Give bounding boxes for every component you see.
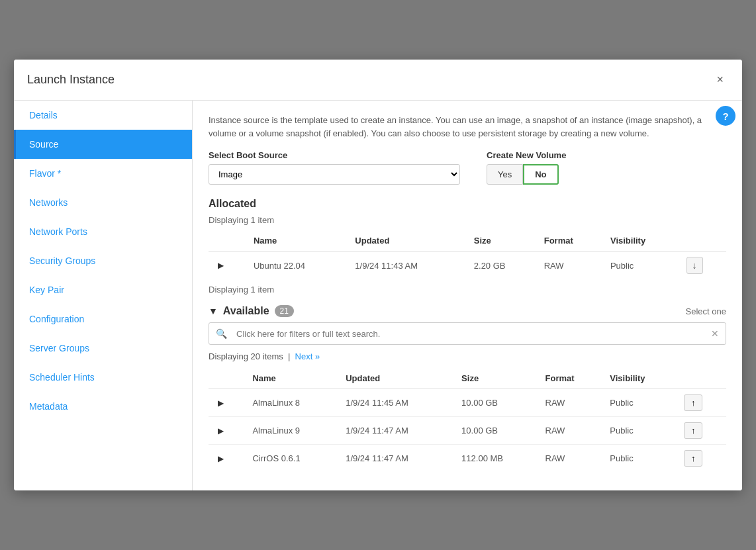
row1-size: 10.00 GB bbox=[455, 417, 538, 445]
available-col-action bbox=[677, 368, 726, 389]
boot-source-label: Select Boot Source bbox=[209, 150, 460, 160]
row2-visibility: Public bbox=[603, 445, 677, 473]
sidebar-item-networks[interactable]: Networks bbox=[14, 188, 192, 217]
allocated-count-top: Displaying 1 item bbox=[209, 215, 726, 225]
allocated-action-btn[interactable]: ↓ bbox=[686, 257, 703, 274]
available-col-visibility: Visibility bbox=[603, 368, 677, 389]
expand-ubuntu-btn[interactable]: ▶ bbox=[215, 259, 226, 271]
allocated-col-name-header: Name bbox=[247, 230, 348, 252]
chevron-down-icon: ▼ bbox=[209, 306, 218, 316]
row2-format: RAW bbox=[539, 445, 604, 473]
sidebar-item-network-ports[interactable]: Network Ports bbox=[14, 217, 192, 246]
row1-visibility: Public bbox=[603, 417, 677, 445]
sidebar-item-security-groups[interactable]: Security Groups bbox=[14, 246, 192, 275]
row0-visibility: Public bbox=[603, 389, 677, 417]
search-icon: 🔍 bbox=[209, 323, 234, 344]
row0-action-btn[interactable]: ↑ bbox=[684, 394, 703, 411]
sidebar-item-metadata[interactable]: Metadata bbox=[14, 392, 192, 421]
search-bar: 🔍 ✕ bbox=[209, 322, 726, 345]
search-input[interactable] bbox=[234, 324, 704, 344]
allocated-format: RAW bbox=[538, 252, 604, 280]
available-col-expand bbox=[209, 368, 246, 389]
create-volume-no[interactable]: No bbox=[523, 164, 558, 185]
row1-updated: 1/9/24 11:47 AM bbox=[339, 417, 455, 445]
allocated-row: ▶ Ubuntu 22.04 1/9/24 11:43 AM 2.20 GB R… bbox=[209, 252, 726, 280]
allocated-table: Name Updated Size Format Visibility ▶ bbox=[209, 230, 726, 279]
allocated-title: Allocated bbox=[209, 198, 726, 210]
expand-almalinux8-btn[interactable]: ▶ bbox=[215, 397, 226, 409]
row2-action-btn[interactable]: ↑ bbox=[684, 450, 703, 467]
allocated-updated: 1/9/24 11:43 AM bbox=[348, 252, 467, 280]
sidebar-item-server-groups[interactable]: Server Groups bbox=[14, 334, 192, 363]
available-row-1: ▶ AlmaLinux 9 1/9/24 11:47 AM 10.00 GB R… bbox=[209, 417, 726, 445]
row0-updated: 1/9/24 11:45 AM bbox=[339, 389, 455, 417]
modal-title: Launch Instance bbox=[27, 73, 115, 87]
row1-format: RAW bbox=[539, 417, 604, 445]
help-button[interactable]: ? bbox=[716, 106, 735, 126]
available-section: ▼ Available 21 Select one 🔍 ✕ Displaying… bbox=[209, 305, 726, 472]
allocated-col-visibility: Visibility bbox=[604, 230, 680, 252]
sidebar-item-flavor[interactable]: Flavor * bbox=[14, 159, 192, 188]
allocated-section: Allocated Displaying 1 item Name Updated… bbox=[209, 198, 726, 295]
available-title: Available bbox=[223, 305, 269, 317]
allocated-col-name bbox=[209, 230, 247, 252]
row0-size: 10.00 GB bbox=[455, 389, 538, 417]
allocated-count-bottom: Displaying 1 item bbox=[209, 285, 726, 295]
search-clear-icon[interactable]: ✕ bbox=[704, 323, 726, 344]
create-volume-label: Create New Volume bbox=[487, 150, 566, 160]
available-pagination: Displaying 20 items | Next » bbox=[209, 351, 726, 361]
row2-size: 112.00 MB bbox=[455, 445, 538, 473]
sidebar-item-scheduler-hints[interactable]: Scheduler Hints bbox=[14, 363, 192, 392]
sidebar-item-configuration[interactable]: Configuration bbox=[14, 304, 192, 334]
available-table: Name Updated Size Format Visibility ▶ bbox=[209, 368, 726, 472]
allocated-size: 2.20 GB bbox=[467, 252, 538, 280]
select-one-label: Select one bbox=[686, 306, 726, 316]
row1-name: AlmaLinux 9 bbox=[246, 417, 339, 445]
available-col-name: Name bbox=[246, 368, 339, 389]
main-content: Instance source is the template used to … bbox=[193, 101, 742, 490]
modal-close-button[interactable]: × bbox=[711, 70, 729, 89]
allocated-name: Ubuntu 22.04 bbox=[247, 252, 348, 280]
description: Instance source is the template used to … bbox=[209, 114, 726, 140]
sidebar-item-key-pair[interactable]: Key Pair bbox=[14, 275, 192, 304]
next-link[interactable]: Next » bbox=[295, 351, 320, 361]
expand-almalinux9-btn[interactable]: ▶ bbox=[215, 425, 226, 437]
available-row-2: ▶ CirrOS 0.6.1 1/9/24 11:47 AM 112.00 MB… bbox=[209, 445, 726, 473]
allocated-col-size: Size bbox=[467, 230, 538, 252]
row2-updated: 1/9/24 11:47 AM bbox=[339, 445, 455, 473]
allocated-col-action bbox=[680, 230, 726, 252]
available-row-0: ▶ AlmaLinux 8 1/9/24 11:45 AM 10.00 GB R… bbox=[209, 389, 726, 417]
sidebar-item-source[interactable]: Source bbox=[14, 130, 192, 159]
available-col-format: Format bbox=[539, 368, 604, 389]
available-col-size: Size bbox=[455, 368, 538, 389]
row2-name: CirrOS 0.6.1 bbox=[246, 445, 339, 473]
expand-cirros-btn[interactable]: ▶ bbox=[215, 453, 226, 465]
row1-action-btn[interactable]: ↑ bbox=[684, 422, 703, 439]
available-col-updated: Updated bbox=[339, 368, 455, 389]
row0-name: AlmaLinux 8 bbox=[246, 389, 339, 417]
allocated-col-updated: Updated bbox=[348, 230, 467, 252]
sidebar: Details Source Flavor * Networks Network… bbox=[14, 101, 193, 490]
row0-format: RAW bbox=[539, 389, 604, 417]
boot-source-select[interactable]: Image Instance Snapshot Volume Volume Sn… bbox=[209, 164, 460, 185]
sidebar-item-details[interactable]: Details bbox=[14, 101, 192, 130]
create-volume-yes[interactable]: Yes bbox=[487, 164, 523, 185]
available-badge: 21 bbox=[275, 305, 294, 317]
allocated-col-format: Format bbox=[538, 230, 604, 252]
allocated-visibility: Public bbox=[604, 252, 680, 280]
